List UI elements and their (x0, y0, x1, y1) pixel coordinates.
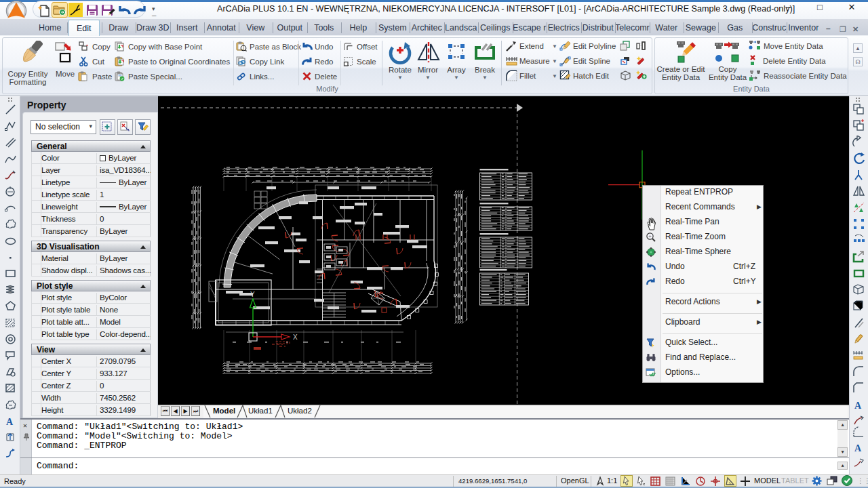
svg-text:X: X (293, 333, 298, 341)
svg-text:A: A (6, 417, 14, 427)
svg-text:A: A (854, 443, 862, 453)
svg-text:Y: Y (250, 291, 255, 298)
svg-text:A: A (854, 401, 862, 411)
